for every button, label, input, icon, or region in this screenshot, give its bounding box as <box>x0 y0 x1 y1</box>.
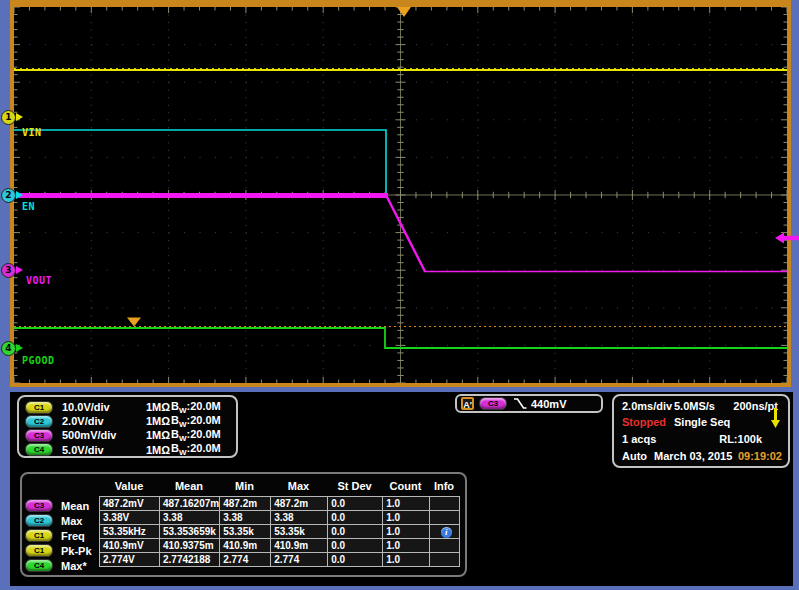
sample-rate-value: 5.0MS/s <box>674 398 715 414</box>
channel-bandwidth: BW:20.0M <box>171 428 221 443</box>
ground-marker-arrow-C2 <box>16 191 23 199</box>
measurement-cell-min: 53.35k <box>220 525 271 539</box>
measurement-cell-max: 53.35k <box>271 525 328 539</box>
trigger-source-badge: C3 <box>479 397 507 410</box>
acq-count-row: 1 acqs RL:100k <box>614 431 788 447</box>
col-header-info: Info <box>429 480 459 492</box>
measurement-cell-stdev: 0.0 <box>328 497 383 511</box>
measurement-cell-info <box>430 539 460 553</box>
measurement-cell-max: 2.774 <box>271 553 328 567</box>
ground-marker-C2[interactable]: 2 <box>1 188 16 203</box>
trigger-level-arrow[interactable] <box>775 232 799 244</box>
measurement-cell-count: 1.0 <box>383 525 430 539</box>
measurement-cell-count: 1.0 <box>383 539 430 553</box>
measurement-cell-stdev: 0.0 <box>328 553 383 567</box>
search-mark-triangle[interactable] <box>127 318 141 327</box>
acq-state-badge: Stopped <box>622 414 666 430</box>
channel-scale: 5.0V/div <box>62 444 146 456</box>
trace-label-EN[interactable]: EN <box>22 201 35 212</box>
measurement-cell-max: 487.2m <box>271 497 328 511</box>
measurement-source-badge-C2[interactable]: C2 <box>25 514 53 527</box>
measurement-source-badge-C4[interactable]: C4 <box>25 559 53 572</box>
channel-scale: 2.0V/div <box>62 415 146 427</box>
channel-readout-C1[interactable]: C110.0V/div1MΩBW:20.0M <box>19 400 236 414</box>
measurement-cell-count: 1.0 <box>383 553 430 567</box>
acquisition-readout[interactable]: 2.0ms/div 5.0MS/s 200ns/pt Stopped Singl… <box>612 394 790 468</box>
ground-marker-C3[interactable]: 3 <box>1 263 16 278</box>
acq-count-value: 1 acqs <box>622 431 656 447</box>
measurement-label-Max[interactable]: C2Max <box>25 513 97 528</box>
measurement-cell-mean: 410.9375m <box>160 539 220 553</box>
channel-readout-C3[interactable]: C3500mV/div1MΩBW:20.0M <box>19 428 236 442</box>
ground-marker-arrow-C1 <box>16 113 23 121</box>
measurement-name: Pk-Pk <box>61 545 92 557</box>
acq-mode-value: Single Seq <box>674 414 730 430</box>
measurement-source-badge-C1[interactable]: C1 <box>25 529 53 542</box>
col-header-mean: Mean <box>159 480 219 492</box>
measurement-label-Mean[interactable]: C3Mean <box>25 498 97 513</box>
channel-badge-C2[interactable]: C2 <box>25 415 53 428</box>
channel-settings-panel: C110.0V/div1MΩBW:20.0MC22.0V/div1MΩBW:20… <box>17 395 238 458</box>
measurement-panel: Value Mean Min Max St Dev Count Info C3M… <box>20 472 467 577</box>
measurement-cell-mean: 3.38 <box>160 511 220 525</box>
measurement-cell-info <box>430 497 460 511</box>
ground-marker-C1[interactable]: 1 <box>1 110 16 125</box>
measurement-name: Max* <box>61 560 87 572</box>
measurement-row-Max: 3.38V3.383.383.380.01.0 <box>100 511 460 525</box>
channel-impedance: 1MΩ <box>146 415 171 427</box>
channel-badge-C4[interactable]: C4 <box>25 443 53 456</box>
measurement-cell-max: 3.38 <box>271 511 328 525</box>
measurement-name: Freq <box>61 530 85 542</box>
measurement-cell-max: 410.9m <box>271 539 328 553</box>
ground-marker-arrow-C4 <box>16 344 23 352</box>
channel-badge-C1[interactable]: C1 <box>25 401 53 414</box>
measurement-row-Pk-Pk: 410.9mV410.9375m410.9m410.9m0.01.0 <box>100 539 460 553</box>
measurement-source-badge-C1[interactable]: C1 <box>25 544 53 557</box>
col-header-count: Count <box>382 480 429 492</box>
trace-label-VOUT[interactable]: VOUT <box>26 275 52 286</box>
measurement-row-Max*: 2.774V2.77421882.7742.7740.01.0 <box>100 553 460 567</box>
trigger-a-badge: A' <box>461 397 474 410</box>
measurement-label-Max*[interactable]: C4Max* <box>25 558 97 573</box>
measurement-label-Pk-Pk[interactable]: C1Pk-Pk <box>25 543 97 558</box>
measurement-cell-value: 3.38V <box>100 511 160 525</box>
channel-impedance: 1MΩ <box>146 401 171 413</box>
timebase-value: 2.0ms/div <box>622 398 672 414</box>
channel-scale: 500mV/div <box>62 429 146 441</box>
trace-label-VIN[interactable]: VIN <box>22 127 42 138</box>
horizontal-readout-row: 2.0ms/div 5.0MS/s 200ns/pt <box>614 398 788 414</box>
measurement-headers: Value Mean Min Max St Dev Count Info <box>99 480 459 492</box>
waveform-download-arrow-icon <box>771 408 780 429</box>
trace-ch3-vout-fall <box>387 197 425 272</box>
measurement-source-badge-C3[interactable]: C3 <box>25 499 53 512</box>
trace-label-PGOOD[interactable]: PGOOD <box>22 355 55 366</box>
trigger-readout[interactable]: A' C3 440mV <box>455 394 603 413</box>
measurement-cell-count: 1.0 <box>383 511 430 525</box>
measurement-cell-stdev: 0.0 <box>328 511 383 525</box>
measurement-cell-stdev: 0.0 <box>328 539 383 553</box>
info-icon[interactable]: i <box>441 527 452 538</box>
measurement-cell-info[interactable]: i <box>430 525 460 539</box>
measurement-table: 487.2mV487.16207m487.2m487.2m0.01.03.38V… <box>99 496 460 567</box>
channel-impedance: 1MΩ <box>146 444 171 456</box>
time-value: 09:19:02 <box>738 448 782 464</box>
channel-badge-C3[interactable]: C3 <box>25 429 53 442</box>
measurement-cell-info <box>430 511 460 525</box>
col-header-stdev: St Dev <box>327 480 382 492</box>
acq-datetime-row: Auto March 03, 2015 09:19:02 <box>614 448 788 464</box>
measurement-cell-mean: 487.16207m <box>160 497 220 511</box>
channel-readout-C4[interactable]: C45.0V/div1MΩBW:20.0M <box>19 443 236 457</box>
record-length-value: RL:100k <box>719 431 762 447</box>
trigger-level-value: 440mV <box>531 398 566 410</box>
measurement-label-Freq[interactable]: C1Freq <box>25 528 97 543</box>
measurement-cell-value: 53.35kHz <box>100 525 160 539</box>
waveform-display[interactable] <box>10 0 791 387</box>
channel-readout-C2[interactable]: C22.0V/div1MΩBW:20.0M <box>19 414 236 428</box>
measurement-cell-min: 410.9m <box>220 539 271 553</box>
trigger-mode-value: Auto <box>622 448 647 464</box>
col-header-min: Min <box>219 480 270 492</box>
ground-marker-C4[interactable]: 4 <box>1 341 16 356</box>
col-header-max: Max <box>270 480 327 492</box>
graticule-plot <box>14 7 787 383</box>
trigger-position-marker[interactable] <box>397 7 411 17</box>
